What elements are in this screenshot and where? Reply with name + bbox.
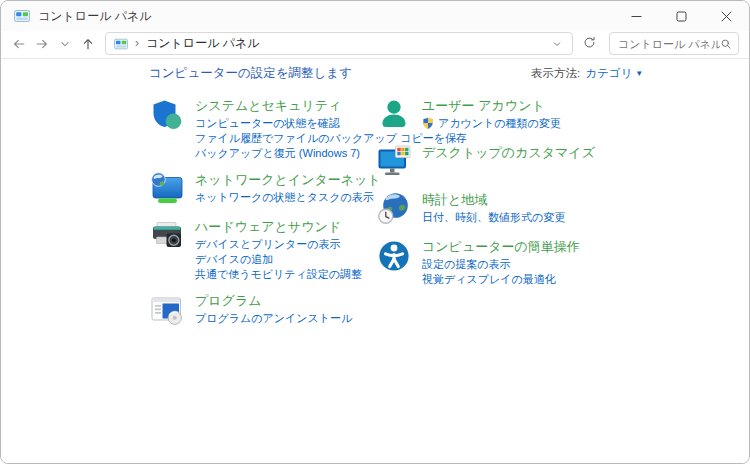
category-title-network-internet[interactable]: ネットワークとインターネット xyxy=(195,172,381,188)
system-security-icon[interactable] xyxy=(149,97,185,133)
maximize-button[interactable] xyxy=(659,1,704,31)
category-text-user-accounts: ユーザー アカウントアカウントの種類の変更 xyxy=(422,97,561,133)
view-by: 表示方法: カテゴリ▼ xyxy=(531,66,643,81)
category-appearance-personalization: デスクトップのカスタマイズ xyxy=(376,144,666,180)
category-ease-of-access: コンピューターの簡単操作設定の提案の表示視覚ディスプレイの最適化 xyxy=(376,238,666,286)
category-link[interactable]: デバイスとプリンターの表示 xyxy=(195,237,362,251)
category-title-ease-of-access[interactable]: コンピューターの簡単操作 xyxy=(422,239,580,255)
content-area: コンピューターの設定を調整します 表示方法: カテゴリ▼ システムとセキュリティ… xyxy=(1,59,749,463)
network-internet-icon[interactable] xyxy=(149,171,185,207)
category-link-label: アカウントの種類の変更 xyxy=(438,116,561,130)
category-link-label: プログラムのアンインストール xyxy=(195,311,352,325)
category-text-programs: プログラムプログラムのアンインストール xyxy=(195,292,352,328)
control-panel-icon xyxy=(14,8,30,24)
category-clock-region: 時計と地域日付、時刻、数値形式の変更 xyxy=(376,191,666,227)
forward-icon xyxy=(35,37,49,51)
category-link-label: コンピューターの状態を確認 xyxy=(195,116,340,130)
category-link-label: 視覚ディスプレイの最適化 xyxy=(422,272,556,286)
back-icon xyxy=(12,37,26,51)
address-dropdown-button[interactable] xyxy=(546,34,568,54)
clock-region-icon[interactable] xyxy=(376,191,412,227)
category-user-accounts: ユーザー アカウントアカウントの種類の変更 xyxy=(376,97,666,133)
maximize-icon xyxy=(676,11,687,22)
category-title-hardware-sound[interactable]: ハードウェアとサウンド xyxy=(195,219,362,235)
control-panel-icon xyxy=(114,37,128,51)
control-panel-window: コントロール パネル › コントロール パネル コンピューターの設定を調整します xyxy=(0,0,750,464)
category-title-clock-region[interactable]: 時計と地域 xyxy=(422,192,565,208)
search-icon xyxy=(720,38,732,50)
chevron-down-icon xyxy=(58,37,72,51)
address-bar[interactable]: › コントロール パネル xyxy=(105,32,573,55)
category-link[interactable]: 設定の提案の表示 xyxy=(422,257,580,271)
category-link[interactable]: 日付、時刻、数値形式の変更 xyxy=(422,210,565,224)
up-button[interactable] xyxy=(76,32,99,55)
category-title-appearance-personalization[interactable]: デスクトップのカスタマイズ xyxy=(422,145,595,161)
user-accounts-icon[interactable] xyxy=(376,97,412,133)
caret-down-icon: ▼ xyxy=(635,69,643,78)
search-box xyxy=(609,32,739,55)
category-link[interactable]: デバイスの追加 xyxy=(195,252,362,266)
titlebar: コントロール パネル xyxy=(1,1,749,31)
minimize-button[interactable] xyxy=(614,1,659,31)
chevron-down-icon xyxy=(551,38,563,50)
category-title-user-accounts[interactable]: ユーザー アカウント xyxy=(422,98,561,114)
close-icon xyxy=(721,11,732,22)
hardware-sound-icon[interactable] xyxy=(149,218,185,254)
category-link-label: デバイスとプリンターの表示 xyxy=(195,237,341,251)
refresh-icon xyxy=(583,36,596,52)
breadcrumb-chevron: › xyxy=(135,36,139,50)
ease-of-access-icon[interactable] xyxy=(376,238,412,274)
category-text-clock-region: 時計と地域日付、時刻、数値形式の変更 xyxy=(422,191,565,227)
recent-locations-button[interactable] xyxy=(53,32,76,55)
category-link[interactable]: 視覚ディスプレイの最適化 xyxy=(422,272,580,286)
close-button[interactable] xyxy=(704,1,749,31)
category-title-programs[interactable]: プログラム xyxy=(195,293,352,309)
desktop-customization-icon[interactable] xyxy=(376,144,412,180)
category-link-label: 設定の提案の表示 xyxy=(422,257,511,271)
minimize-icon xyxy=(631,11,642,22)
programs-icon[interactable] xyxy=(149,292,185,328)
view-by-label: 表示方法: xyxy=(531,66,580,81)
category-column-right: ユーザー アカウントアカウントの種類の変更デスクトップのカスタマイズ時計と地域日… xyxy=(376,97,666,297)
category-link[interactable]: ネットワークの状態とタスクの表示 xyxy=(195,190,381,204)
category-programs: プログラムプログラムのアンインストール xyxy=(149,292,439,328)
toolbar: › コントロール パネル xyxy=(1,31,749,59)
forward-button[interactable] xyxy=(30,32,53,55)
uac-shield-icon xyxy=(422,117,434,129)
category-link[interactable]: 共通で使うモビリティ設定の調整 xyxy=(195,267,362,281)
category-text-network-internet: ネットワークとインターネットネットワークの状態とタスクの表示 xyxy=(195,171,381,207)
back-button[interactable] xyxy=(7,32,30,55)
category-link-label: 日付、時刻、数値形式の変更 xyxy=(422,210,565,224)
category-link-label: ネットワークの状態とタスクの表示 xyxy=(195,190,374,204)
search-input[interactable] xyxy=(618,38,720,50)
up-icon xyxy=(81,37,95,51)
category-text-hardware-sound: ハードウェアとサウンドデバイスとプリンターの表示デバイスの追加共通で使うモビリテ… xyxy=(195,218,362,281)
page-title: コンピューターの設定を調整します xyxy=(149,65,352,82)
window-controls xyxy=(614,1,749,31)
refresh-button[interactable] xyxy=(577,32,601,55)
view-by-dropdown[interactable]: カテゴリ▼ xyxy=(585,66,643,81)
category-text-appearance-personalization: デスクトップのカスタマイズ xyxy=(422,144,595,180)
category-link-label: デバイスの追加 xyxy=(195,252,273,266)
category-link[interactable]: プログラムのアンインストール xyxy=(195,311,352,325)
window-title: コントロール パネル xyxy=(38,8,614,25)
category-link-label: 共通で使うモビリティ設定の調整 xyxy=(195,267,362,281)
category-text-ease-of-access: コンピューターの簡単操作設定の提案の表示視覚ディスプレイの最適化 xyxy=(422,238,580,286)
breadcrumb-control-panel[interactable]: コントロール パネル xyxy=(146,35,260,52)
category-link-label: バックアップと復元 (Windows 7) xyxy=(195,146,360,160)
category-link[interactable]: アカウントの種類の変更 xyxy=(422,116,561,130)
